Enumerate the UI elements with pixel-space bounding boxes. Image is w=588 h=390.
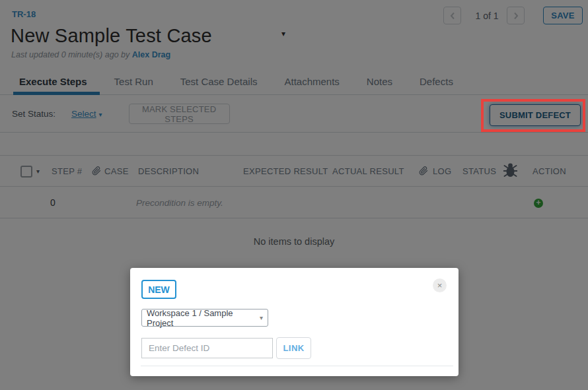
caret-down-icon: ▾ [260,314,263,321]
submit-defect-modal: NEW × Workspace 1 / Sample Project ▾ LIN… [130,268,459,376]
new-defect-button[interactable]: NEW [141,280,176,299]
close-icon[interactable]: × [433,278,447,292]
workspace-selected-option: Workspace 1 / Sample Project [147,308,260,328]
modal-footer-divider [141,366,453,366]
link-defect-button[interactable]: LINK [276,337,311,359]
test-execution-page: TR-18 New Sample Test Case ▾ Last update… [0,0,588,390]
workspace-project-dropdown[interactable]: Workspace 1 / Sample Project ▾ [141,309,268,327]
defect-id-input[interactable] [141,338,273,358]
